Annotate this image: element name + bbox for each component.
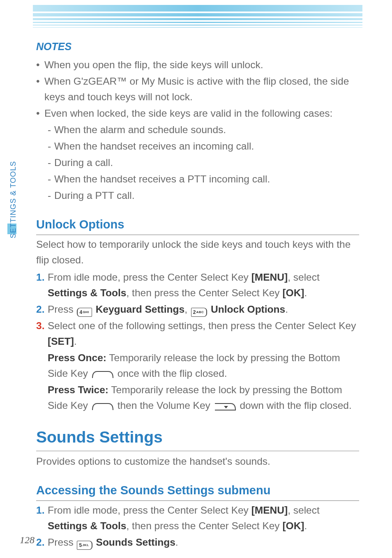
text: .	[74, 336, 77, 347]
volume-key-down-icon	[214, 402, 236, 411]
notes-bullet: When you open the flip, the side keys wi…	[36, 57, 359, 73]
unlock-step-2: 2. Press 4GHI Keyguard Settings, 2ABC Un…	[36, 302, 359, 317]
notes-bullet: When G'zGEAR™ or My Music is active with…	[36, 74, 359, 105]
key-4-icon: 4GHI	[77, 308, 92, 317]
text: down with the flip closed.	[240, 400, 351, 411]
press-twice-option: Press Twice: Temporarily release the loc…	[36, 382, 359, 413]
text: , then press the Center Select Key	[126, 287, 282, 298]
menu-key-label: [MENU]	[251, 272, 288, 283]
text: , select	[288, 505, 320, 516]
unlock-step-3: 3. Select one of the following settings,…	[36, 318, 359, 349]
step-number: 1.	[36, 270, 44, 285]
text: , then press the Center Select Key	[126, 520, 282, 531]
notes-heading: NOTES	[36, 39, 359, 55]
key-2-icon: 2ABC	[191, 308, 208, 317]
text: once with the flip closed.	[118, 368, 227, 379]
key-5-icon: 5JKL	[77, 541, 92, 550]
settings-tools-label: Settings & Tools	[48, 287, 126, 298]
sounds-step-2: 2. Press 5JKL Sounds Settings.	[36, 535, 359, 550]
text: ,	[184, 304, 190, 315]
text: From idle mode, press the Center Select …	[48, 272, 251, 283]
ok-key-label: [OK]	[282, 520, 304, 531]
svg-marker-0	[224, 406, 228, 408]
sounds-step-1: 1. From idle mode, press the Center Sele…	[36, 503, 359, 534]
notes-sub-bullet: During a call.	[36, 155, 359, 171]
unlock-options-heading: Unlock Options	[36, 215, 359, 235]
sounds-settings-heading: Sounds Settings	[36, 425, 359, 451]
unlock-lead: Select how to temporarily unlock the sid…	[36, 237, 359, 268]
text: Press	[48, 537, 76, 548]
text: .	[285, 304, 288, 315]
settings-tools-label: Settings & Tools	[48, 520, 126, 531]
text: Select one of the following settings, th…	[48, 320, 356, 331]
ok-key-label: [OK]	[282, 287, 304, 298]
press-once-label: Press Once:	[48, 352, 106, 363]
press-twice-label: Press Twice:	[48, 384, 108, 395]
step-number: 1.	[36, 503, 44, 518]
text: Press	[48, 304, 76, 315]
notes-sub-bullet: When the handset receives an incoming ca…	[36, 138, 359, 154]
unlock-options-label: Unlock Options	[208, 304, 285, 315]
step-number: 2.	[36, 535, 44, 550]
step-number: 2.	[36, 302, 44, 317]
unlock-step-1: 1. From idle mode, press the Center Sele…	[36, 270, 359, 301]
text: From idle mode, press the Center Select …	[48, 505, 251, 516]
text: .	[304, 287, 307, 298]
side-section-label: SETTINGS & TOOLS	[9, 161, 18, 238]
sounds-lead: Provides options to customize the handse…	[36, 454, 359, 469]
menu-key-label: [MENU]	[251, 505, 288, 516]
step-number: 3.	[36, 318, 44, 334]
text: .	[175, 537, 178, 548]
header-decoration	[33, 5, 362, 33]
page: SETTINGS & TOOLS NOTES When you open the…	[0, 0, 392, 558]
set-key-label: [SET]	[48, 336, 74, 347]
text: then the Volume Key	[118, 400, 213, 411]
bottom-side-key-icon	[92, 370, 114, 379]
sounds-settings-label: Sounds Settings	[93, 537, 175, 548]
notes-sub-bullet: When the handset receives a PTT incoming…	[36, 171, 359, 187]
keyguard-settings-label: Keyguard Settings	[93, 304, 184, 315]
text: , select	[288, 272, 320, 283]
notes-sub-bullet: During a PTT call.	[36, 188, 359, 203]
content: NOTES When you open the flip, the side k…	[33, 0, 359, 550]
notes-sub-bullet: When the alarm and schedule sounds.	[36, 122, 359, 138]
press-once-option: Press Once: Temporarily release the lock…	[36, 350, 359, 381]
sounds-submenu-heading: Accessing the Sounds Settings submenu	[36, 481, 359, 501]
page-number: 128	[20, 535, 35, 546]
bottom-side-key-icon	[92, 402, 114, 411]
notes-bullet: Even when locked, the side keys are vali…	[36, 106, 359, 121]
text: .	[304, 520, 307, 531]
